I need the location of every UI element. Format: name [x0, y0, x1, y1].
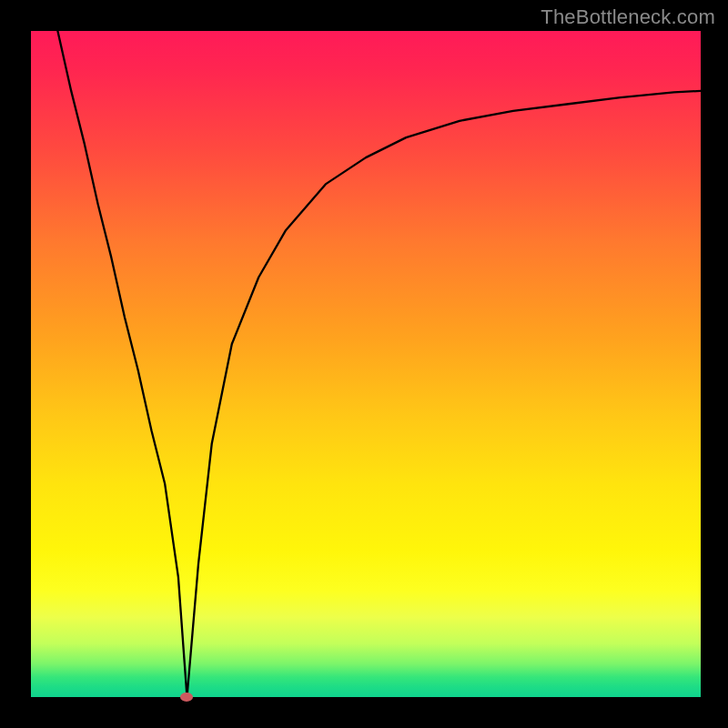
plot-area	[31, 31, 701, 697]
chart-frame: TheBottleneck.com	[0, 0, 728, 728]
minimum-marker	[180, 693, 193, 702]
gradient-background	[31, 31, 701, 697]
watermark-text: TheBottleneck.com	[541, 5, 715, 29]
